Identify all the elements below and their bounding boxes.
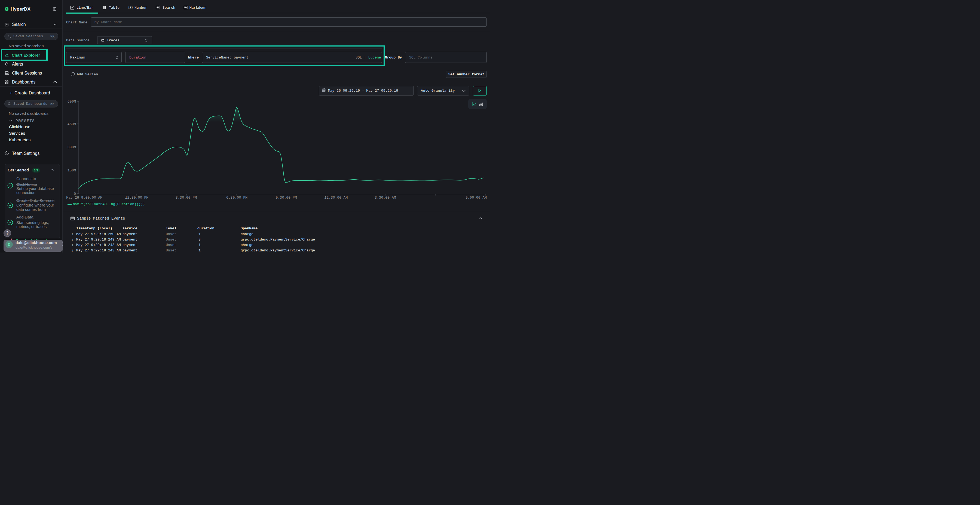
svg-text:300M: 300M bbox=[67, 145, 76, 149]
svg-text:May 26 9:00:00 AM: May 26 9:00:00 AM bbox=[67, 195, 103, 200]
svg-text:600M: 600M bbox=[67, 100, 76, 104]
svg-text:0: 0 bbox=[74, 192, 76, 196]
svg-text:450M: 450M bbox=[67, 122, 76, 126]
svg-text:3:30:00 PM: 3:30:00 PM bbox=[176, 195, 197, 200]
svg-text:9:00:00 AM: 9:00:00 AM bbox=[466, 195, 487, 200]
svg-text:6:30:00 PM: 6:30:00 PM bbox=[226, 195, 247, 200]
svg-text:12:30:00 AM: 12:30:00 AM bbox=[325, 195, 348, 200]
svg-text:3:30:00 AM: 3:30:00 AM bbox=[375, 195, 396, 200]
svg-text:12:30:00 PM: 12:30:00 PM bbox=[125, 195, 149, 200]
svg-text:9:30:00 PM: 9:30:00 PM bbox=[275, 195, 297, 200]
svg-text:150M: 150M bbox=[67, 168, 76, 173]
